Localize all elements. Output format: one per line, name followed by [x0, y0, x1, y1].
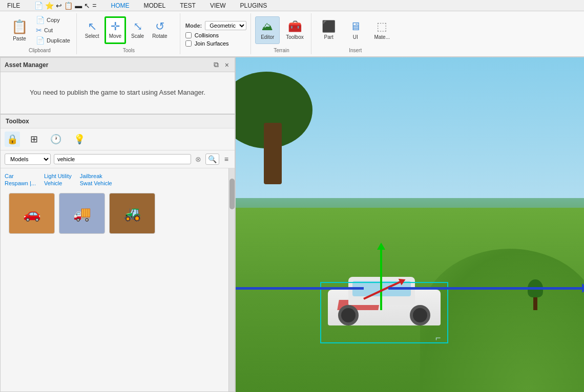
ribbon-group-terrain: ⛰ Editor 🧰 Toolbox Terrain [252, 13, 311, 54]
toolbox-terrain-label: Toolbox [286, 34, 303, 40]
rotate-icon: ↺ [155, 21, 164, 32]
asset-manager-message: You need to publish the game to start us… [1, 72, 235, 114]
mode-select[interactable]: Geometric Physical [205, 21, 246, 30]
join-surfaces-row: Join Surfaces [185, 40, 246, 47]
toolbox-list-row-1: CarRespawn |... Light UtilityVehicle Jai… [5, 172, 224, 187]
list-item-car[interactable]: CarRespawn |... [5, 172, 36, 187]
toolbox-scrollbar[interactable] [228, 168, 235, 391]
scale-icon: ⤡ [133, 21, 142, 32]
clipboard-items: 📋 Paste 📄 Copy ✂ Cut 📄 Duplicate [7, 13, 72, 47]
ui-label: UI [353, 34, 358, 40]
viewport: ☁ Village × [236, 57, 584, 392]
select-label: Select [85, 33, 99, 39]
menu-view[interactable]: VIEW [207, 1, 229, 10]
gizmo-arrow-left [236, 287, 364, 290]
material-icon: ⬚ [377, 20, 387, 33]
paste-label: Paste [13, 36, 26, 41]
menu-model[interactable]: MODEL [141, 1, 169, 10]
filter-icon[interactable]: ≡ [222, 154, 231, 164]
material-label: Mate... [374, 34, 390, 40]
copy-label: Copy [47, 17, 60, 23]
ui-icon: 🖥 [350, 20, 361, 33]
ribbon-group-tools: ↖ Select ✛ Move ⤡ Scale ↺ Rotate Tools [78, 13, 180, 54]
asset-manager-header-icons: ⧉ × [212, 60, 231, 70]
duplicate-icon: 📄 [36, 36, 45, 45]
thumb-truck[interactable]: 🚚 [59, 193, 105, 234]
collisions-label: Collisions [195, 32, 219, 38]
toolbox-items-area: CarRespawn |... Light UtilityVehicle Jai… [1, 168, 235, 391]
toolbox-scrollbar-thumb[interactable] [230, 179, 235, 209]
gizmo-arrow-right [388, 287, 583, 290]
car-front-wheel [410, 305, 430, 325]
tools-items: ↖ Select ✛ Move ⤡ Scale ↺ Rotate [82, 13, 176, 47]
ui-button[interactable]: 🖥 UI [343, 16, 368, 44]
distant-tree-trunk [533, 297, 537, 310]
thumb-vehicle3[interactable]: 🚜 [109, 193, 155, 234]
toolbox-terrain-icon: 🧰 [288, 20, 302, 33]
category-grid-icon[interactable]: ⊞ [28, 132, 40, 147]
rotate-label: Rotate [152, 33, 167, 39]
asset-manager-panel: Asset Manager ⧉ × You need to publish th… [0, 57, 235, 114]
toolbox-search-input[interactable] [54, 154, 191, 164]
category-clock-icon[interactable]: 🕐 [48, 132, 64, 147]
cut-button[interactable]: ✂ Cut [34, 26, 72, 35]
menu-home[interactable]: 📄 ⭐ ↩ 📋 ▬ ↖ = [31, 1, 99, 11]
paste-button[interactable]: 📋 Paste [7, 16, 32, 44]
material-button[interactable]: ⬚ Mate... [370, 16, 394, 44]
gizmo-arrow-up [380, 249, 382, 310]
toolbox-thumb-row: 🚗 🚚 🚜 [5, 189, 224, 238]
toolbox-results-list: CarRespawn |... Light UtilityVehicle Jai… [1, 168, 228, 391]
part-button[interactable]: ⬛ Part [317, 16, 341, 44]
menu-home-label[interactable]: HOME [108, 1, 133, 10]
terrain-group-label: Terrain [255, 48, 307, 54]
move-button[interactable]: ✛ Move [105, 16, 126, 44]
ribbon-content: 📋 Paste 📄 Copy ✂ Cut 📄 Duplicate [0, 11, 584, 56]
asset-manager-close-button[interactable]: × [223, 60, 231, 70]
distant-tree [528, 279, 543, 310]
select-icon: ↖ [88, 21, 97, 32]
ribbon-group-insert: ⬛ Part 🖥 UI ⬚ Mate... Insert [312, 13, 399, 54]
tools-group-label: Tools [82, 48, 176, 54]
list-item-jailbreak[interactable]: JailbreakSwat Vehicle [80, 172, 112, 187]
select-button[interactable]: ↖ Select [82, 16, 102, 44]
search-clear-icon[interactable]: ⊗ [194, 154, 202, 164]
copy-button[interactable]: 📄 Copy [34, 15, 72, 25]
asset-manager-header: Asset Manager ⧉ × [1, 58, 235, 72]
cut-icon: ✂ [36, 26, 42, 34]
tree-trunk [264, 123, 282, 184]
category-lock-icon[interactable]: 🔒 [5, 132, 20, 147]
collisions-checkbox[interactable] [185, 32, 192, 38]
list-item-light-utility[interactable]: Light UtilityVehicle [44, 172, 72, 187]
toolbox-category-bar: 🔒 ⊞ 🕐 💡 [1, 128, 235, 150]
left-panel: Asset Manager ⧉ × You need to publish th… [0, 57, 236, 392]
toolbox-terrain-button[interactable]: 🧰 Toolbox [282, 16, 307, 44]
editor-button[interactable]: ⛰ Editor [255, 16, 280, 44]
large-tree [236, 72, 318, 184]
insert-items: ⬛ Part 🖥 UI ⬚ Mate... [317, 13, 394, 47]
asset-manager-title: Asset Manager [5, 61, 48, 69]
car-rear-wheel [338, 305, 359, 325]
main-area: Asset Manager ⧉ × You need to publish th… [0, 57, 584, 392]
mode-label: Mode: [185, 23, 202, 29]
toolbox-category-select[interactable]: Models Decals Meshes Plugins [5, 154, 51, 165]
ribbon: 📋 Paste 📄 Copy ✂ Cut 📄 Duplicate [0, 11, 584, 57]
join-surfaces-checkbox[interactable] [185, 40, 192, 47]
clipboard-group-label: Clipboard [7, 48, 72, 54]
category-light-icon[interactable]: 💡 [72, 132, 87, 147]
search-button[interactable]: 🔍 [205, 154, 219, 165]
rotate-button[interactable]: ↺ Rotate [149, 16, 170, 44]
ribbon-group-clipboard: 📋 Paste 📄 Copy ✂ Cut 📄 Duplicate [3, 13, 77, 54]
menu-file[interactable]: FILE [4, 1, 23, 10]
editor-icon: ⛰ [262, 20, 273, 33]
asset-manager-float-button[interactable]: ⧉ [212, 60, 220, 70]
insert-group-label: Insert [317, 48, 394, 54]
scale-button[interactable]: ⤡ Scale [128, 16, 147, 44]
menu-test[interactable]: TEST [177, 1, 199, 10]
toolbox-header: Toolbox [1, 115, 235, 128]
cut-label: Cut [44, 27, 53, 33]
menu-plugins[interactable]: PLUGINS [237, 1, 270, 10]
thumb-car[interactable]: 🚗 [9, 193, 55, 234]
duplicate-button[interactable]: 📄 Duplicate [34, 36, 72, 45]
scene-marker: ⌐ [435, 333, 441, 343]
clipboard-stack: 📄 Copy ✂ Cut 📄 Duplicate [34, 15, 72, 45]
